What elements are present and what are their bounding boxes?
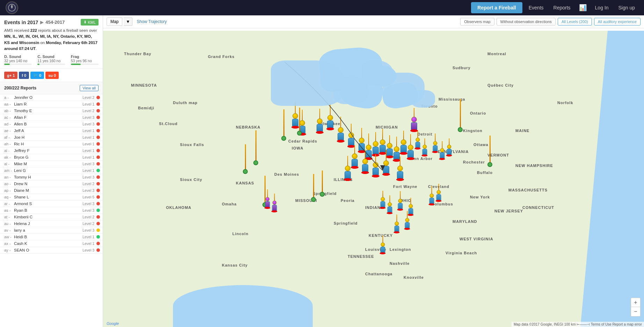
observer-figure[interactable] (415, 131, 421, 150)
observer-figure-special[interactable] (410, 108, 418, 132)
observer-figure-purple[interactable] (272, 194, 277, 212)
observer-figure[interactable] (407, 134, 414, 160)
frag-bar (71, 64, 99, 65)
list-item[interactable]: ab - Timothy E Level 2 (0, 108, 103, 114)
map-controls: Map ▼ Show Trajectory Observers map With… (103, 15, 644, 28)
observers-map-filter[interactable]: Observers map (460, 18, 494, 26)
observer-figure[interactable] (396, 157, 404, 181)
nav-reports-link[interactable]: Reports (550, 3, 574, 12)
view-all-button[interactable]: View all (80, 85, 99, 91)
observer-figure[interactable] (382, 150, 390, 176)
list-item[interactable]: aq - Shane L Level 5 (0, 194, 103, 201)
list-item[interactable]: al - Mike M Level 3 (0, 161, 103, 167)
observer-figure[interactable] (394, 215, 400, 233)
list-item[interactable]: ac - Allan F Level 3 (0, 114, 103, 121)
obs-pole (351, 124, 352, 132)
nav-signup-link[interactable]: Sign up (615, 3, 638, 12)
list-item[interactable]: ar - Armond S Level 3 (0, 201, 103, 207)
report-code: aa - (4, 102, 14, 106)
list-item[interactable]: ax - Cash K Level 1 (0, 240, 103, 247)
zoom-controls: + − (631, 298, 641, 317)
levels-filter[interactable]: All Levels (200) (558, 18, 592, 26)
observer-figure[interactable] (344, 156, 352, 181)
list-item[interactable]: aw - Heidi B Level 1 (0, 234, 103, 240)
list-item[interactable]: aa - Liam R Level 1 (0, 101, 103, 108)
list-item[interactable]: ad - Allen B Level 3 (0, 121, 103, 128)
without-obs-filter[interactable]: Without observation directions (497, 18, 556, 26)
observer-figure[interactable] (347, 124, 355, 148)
list-item[interactable]: av - larry a Level 3 (0, 227, 103, 234)
obs-pole (424, 138, 425, 145)
obs-head (383, 160, 389, 166)
show-trajectory-button[interactable]: Show Trajectory (137, 19, 167, 24)
observer-figure[interactable] (422, 138, 428, 157)
zoom-in-button[interactable]: + (631, 298, 640, 307)
map-type-dropdown[interactable]: ▼ (124, 17, 132, 26)
observer-figure[interactable] (316, 109, 324, 134)
list-item[interactable]: ay - SEAN O Level 3 (0, 247, 103, 254)
status-dot (96, 136, 100, 139)
list-item[interactable]: as - Ryan B Level 3 (0, 207, 103, 214)
obs-base (396, 178, 404, 181)
list-item[interactable]: at - Kimberii C Level 2 (0, 214, 103, 220)
twitter-button[interactable]: 🐦 0 (30, 72, 44, 79)
obs-head (447, 145, 451, 149)
observer-figure[interactable] (351, 145, 359, 169)
report-fireball-button[interactable]: Report a Fireball (471, 2, 522, 13)
list-item[interactable]: a - Jennifer O Level 2 (0, 94, 103, 101)
observer-figure[interactable] (400, 131, 407, 155)
report-code: aq - (4, 195, 14, 199)
sidebar: Events in 2017 ▶ 454-2017 ⬇ KML AMS rece… (0, 15, 103, 327)
list-item[interactable]: an - Tommy H Level 3 (0, 174, 103, 181)
map-type-button[interactable]: Map (107, 17, 122, 26)
status-dot (96, 142, 100, 146)
list-item[interactable]: ao - Drew N Level 2 (0, 181, 103, 187)
observer-figure-purple[interactable] (265, 189, 270, 209)
obs-base (380, 207, 386, 209)
list-item[interactable]: au - Helena J Level 2 (0, 220, 103, 227)
obs-body (397, 171, 403, 179)
observer-figure[interactable] (372, 132, 379, 157)
observer-figure[interactable] (380, 191, 386, 209)
observer-figure[interactable] (397, 191, 403, 211)
list-item[interactable]: ah - Ric H Level 1 (0, 141, 103, 147)
obs-head (394, 146, 399, 152)
observer-figure[interactable] (372, 154, 379, 177)
observer-figure[interactable] (326, 104, 334, 130)
list-item[interactable]: af - Joe H Level 1 (0, 134, 103, 141)
report-name: Timothy E (14, 109, 82, 113)
obs-pole (382, 129, 383, 139)
observer-figure[interactable] (432, 133, 438, 153)
facebook-button[interactable]: f 0 (19, 72, 29, 79)
status-dot (96, 102, 100, 106)
observer-figure[interactable] (429, 186, 435, 205)
google-logo: Google (107, 321, 119, 326)
list-item[interactable]: am - Leni G Level 1 (0, 167, 103, 174)
obs-head (362, 159, 368, 164)
observer-figure[interactable] (439, 141, 445, 160)
observer-figure[interactable] (387, 195, 393, 214)
list-item[interactable]: ak - Bryce G Level 1 (0, 154, 103, 161)
stumbleupon-button[interactable]: su 0 (45, 72, 59, 79)
kml-label: KML (88, 20, 96, 24)
observer-figure[interactable] (404, 211, 410, 230)
observer-figure[interactable] (361, 150, 369, 174)
observer-figure[interactable] (337, 117, 345, 143)
list-item[interactable]: ap - Diane M Level 3 (0, 187, 103, 194)
kml-download-button[interactable]: ⬇ KML (81, 19, 99, 26)
observer-figure[interactable] (446, 138, 452, 157)
observer-figure[interactable] (436, 184, 442, 202)
nav-events-link[interactable]: Events (525, 3, 547, 12)
chart-icon[interactable]: 📊 (577, 4, 589, 12)
zoom-out-button[interactable]: − (631, 307, 640, 316)
map-filters: Observers map Without observation direct… (460, 18, 641, 26)
report-code: ad - (4, 122, 14, 126)
observer-figure[interactable] (380, 235, 386, 254)
gplus-button[interactable]: g+ 1 (4, 72, 17, 79)
nav-login-link[interactable]: Log In (592, 3, 612, 12)
auditory-filter[interactable]: All auditory experience (594, 18, 641, 26)
status-dot (96, 116, 100, 119)
list-item[interactable]: ae - Jeff A Level 1 (0, 128, 103, 134)
list-item[interactable]: ai - Jeffrey F Level 1 (0, 147, 103, 154)
obs-head (373, 162, 378, 168)
